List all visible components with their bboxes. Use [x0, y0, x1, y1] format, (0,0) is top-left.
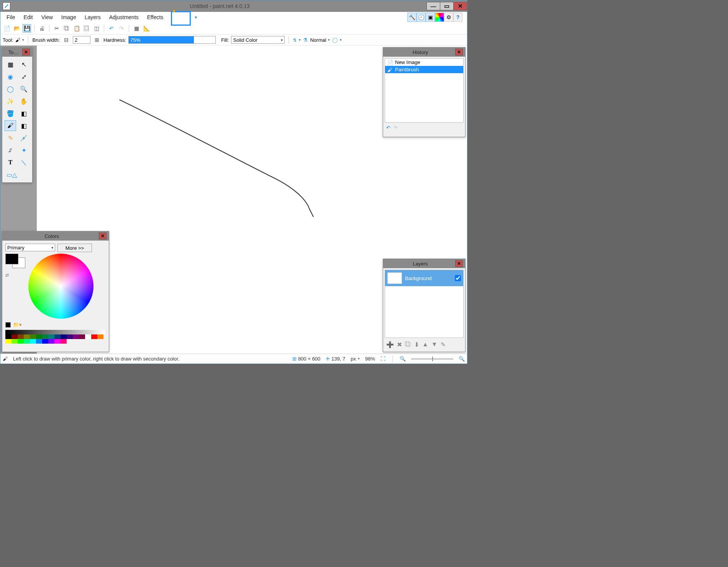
- layer-properties-button[interactable]: ✎: [441, 341, 446, 348]
- hardness-slider[interactable]: 75%: [128, 36, 216, 44]
- tool-move-selected[interactable]: ↖: [18, 59, 30, 70]
- deselect-button[interactable]: ◫: [92, 24, 101, 33]
- tool-zoom[interactable]: 🔍: [18, 84, 30, 94]
- menu-view[interactable]: View: [38, 13, 57, 22]
- overwrite-dropdown[interactable]: ◯: [332, 37, 342, 43]
- layer-visible-checkbox[interactable]: [455, 275, 461, 281]
- history-item[interactable]: 📄 New Image: [385, 59, 463, 66]
- toggle-history-panel-button[interactable]: 🕘: [416, 13, 426, 22]
- tool-pan[interactable]: ✋: [18, 96, 30, 107]
- duplicate-layer-button[interactable]: ⿻: [405, 341, 411, 348]
- tools-panel-title: To…: [5, 49, 22, 55]
- tool-lasso[interactable]: ◉: [5, 71, 16, 82]
- menu-file[interactable]: File: [3, 13, 19, 22]
- unit-dropdown[interactable]: px: [351, 356, 360, 362]
- layer-row[interactable]: Background: [385, 270, 463, 286]
- status-hint: Left click to draw with primary color, r…: [13, 356, 287, 362]
- merge-down-button[interactable]: ⬇: [414, 341, 419, 348]
- brush-width-decrease-button[interactable]: ⊟: [62, 36, 71, 44]
- zoom-out-button[interactable]: 🔍: [400, 356, 406, 362]
- brush-width-label: Brush width:: [32, 37, 60, 43]
- tool-magic-wand[interactable]: ✨: [5, 96, 16, 107]
- open-button[interactable]: 📂: [13, 24, 21, 33]
- tool-line[interactable]: ＼: [18, 157, 30, 168]
- copy-button[interactable]: ⿻: [62, 24, 71, 33]
- undo-button[interactable]: ↶: [107, 24, 116, 33]
- tool-paintbrush[interactable]: 🖌: [5, 120, 16, 131]
- history-item[interactable]: 🖌 Paintbrush: [385, 66, 463, 73]
- tool-paint-bucket[interactable]: 🪣: [5, 108, 16, 119]
- color-scope-dropdown[interactable]: Primary: [5, 244, 55, 251]
- document-list-dropdown[interactable]: ▼: [194, 15, 198, 20]
- help-button[interactable]: ?: [453, 13, 462, 22]
- primary-color-swatch[interactable]: [5, 254, 18, 264]
- settings-button[interactable]: ⚙: [444, 13, 453, 22]
- save-button[interactable]: 💾: [23, 24, 31, 33]
- antialias-dropdown[interactable]: ↯: [293, 37, 301, 43]
- layer-up-button[interactable]: ▲: [422, 341, 428, 348]
- toggle-tools-panel-button[interactable]: 🔨: [407, 13, 416, 22]
- tool-color-picker[interactable]: 💉: [18, 133, 30, 143]
- menu-edit[interactable]: Edit: [20, 13, 37, 22]
- tool-text[interactable]: T: [5, 157, 16, 168]
- menu-effects[interactable]: Effects: [143, 13, 167, 22]
- add-layer-button[interactable]: ➕: [386, 341, 394, 348]
- colors-more-button[interactable]: More >>: [57, 244, 92, 252]
- layer-down-button[interactable]: ▼: [431, 341, 438, 348]
- cut-button[interactable]: ✂: [52, 24, 61, 33]
- tool-eraser[interactable]: ◧: [18, 120, 30, 131]
- flask-icon[interactable]: ⚗: [303, 37, 308, 43]
- tool-move-selection[interactable]: ⤢: [18, 71, 30, 82]
- history-redo-button[interactable]: ↷: [394, 125, 398, 131]
- tool-rect-select[interactable]: ▦: [5, 59, 16, 70]
- tool-clone-stamp[interactable]: ⎎: [5, 145, 16, 156]
- add-palette-color-button[interactable]: [5, 322, 11, 328]
- blend-mode-dropdown[interactable]: Normal: [310, 37, 330, 43]
- redo-button[interactable]: ↷: [117, 24, 126, 33]
- tool-pencil[interactable]: ✎: [5, 133, 16, 143]
- brush-width-input[interactable]: [73, 36, 90, 44]
- palette-menu-icon[interactable]: 📁▾: [13, 322, 22, 328]
- menu-image[interactable]: Image: [57, 13, 80, 22]
- layers-list[interactable]: Background: [385, 270, 464, 338]
- close-button[interactable]: ✕: [453, 2, 467, 10]
- toggle-layers-panel-button[interactable]: ▣: [426, 13, 435, 22]
- toggle-colors-panel-button[interactable]: [435, 13, 444, 22]
- print-button[interactable]: 🖨: [38, 24, 46, 33]
- color-palette[interactable]: [5, 330, 105, 344]
- fit-window-button[interactable]: ⛶: [380, 356, 385, 362]
- zoom-slider[interactable]: [411, 358, 453, 360]
- history-panel-title: History: [385, 49, 455, 55]
- tool-gradient[interactable]: ◧: [18, 108, 30, 119]
- delete-layer-button[interactable]: ✖: [397, 341, 402, 348]
- history-undo-button[interactable]: ↶: [386, 125, 390, 131]
- swap-colors-icon[interactable]: ⇄: [5, 273, 25, 278]
- menu-adjustments[interactable]: Adjustments: [105, 13, 143, 22]
- history-list[interactable]: 📄 New Image 🖌 Paintbrush: [385, 58, 464, 123]
- new-button[interactable]: 📄: [3, 24, 11, 33]
- minimize-button[interactable]: —: [426, 2, 440, 10]
- cursor-pos-icon: ✛: [326, 356, 330, 362]
- colors-panel-close-button[interactable]: ✕: [99, 233, 107, 239]
- grid-button[interactable]: ▦: [132, 24, 141, 33]
- tool-shapes[interactable]: ▭△: [6, 169, 17, 180]
- primary-secondary-swatch[interactable]: ⇄: [5, 254, 25, 319]
- tools-panel-close-button[interactable]: ✕: [22, 49, 30, 56]
- fill-mode-dropdown[interactable]: Solid Color: [231, 36, 285, 44]
- tool-ellipse-select[interactable]: ◯: [5, 84, 16, 94]
- document-thumbnail[interactable]: [171, 11, 191, 26]
- zoom-in-button[interactable]: 🔍: [459, 356, 465, 362]
- active-tool-dropdown[interactable]: 🖌: [15, 37, 24, 43]
- crop-button[interactable]: ⿴: [82, 24, 91, 33]
- brush-width-increase-button[interactable]: ⊞: [93, 36, 101, 44]
- layers-panel-close-button[interactable]: ✕: [455, 260, 463, 267]
- history-panel: History ✕ 📄 New Image 🖌 Paintbrush ↶ ↷: [383, 47, 466, 137]
- layer-thumbnail: [387, 272, 402, 284]
- menu-layers[interactable]: Layers: [81, 13, 105, 22]
- history-panel-close-button[interactable]: ✕: [455, 49, 463, 56]
- tool-recolor[interactable]: ✦: [18, 145, 30, 156]
- color-wheel[interactable]: [28, 254, 93, 319]
- maximize-button[interactable]: ▭: [440, 2, 454, 10]
- ruler-button[interactable]: 📐: [142, 24, 151, 33]
- paste-button[interactable]: 📋: [72, 24, 81, 33]
